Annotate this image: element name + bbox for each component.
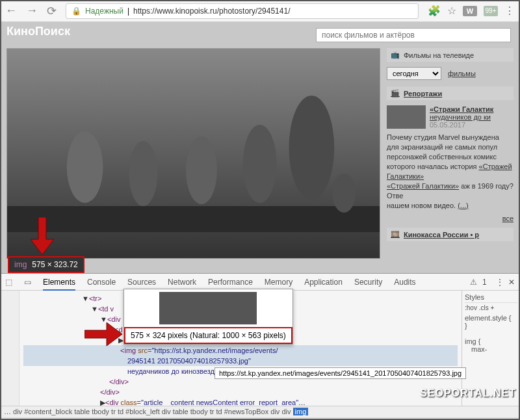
extension-icon[interactable]: 🧩 — [428, 5, 441, 17]
reports-label[interactable]: Репортажи — [404, 90, 442, 98]
tab-elements[interactable]: Elements — [43, 278, 75, 291]
tv-icon: 📺 — [391, 51, 400, 59]
badge-w[interactable]: W — [463, 6, 477, 16]
badge-count[interactable]: 99+ — [484, 6, 498, 16]
breadcrumb[interactable]: … div #content_block table tbody tr td #… — [0, 406, 520, 417]
svg-point-2 — [129, 141, 157, 206]
main-image[interactable] — [6, 48, 380, 259]
image-hover-card: 575 × 324 pixels (Natural: 1000 × 563 pi… — [124, 289, 293, 345]
warnings[interactable]: ⚠ 1 ⋮ ✕ — [470, 278, 515, 287]
reports-header: 🎬 Репортажи — [387, 86, 514, 100]
lock-icon: 🔒 — [72, 7, 81, 16]
sidebar: 📺 Фильмы на телевиде сегодня фильмы 🎬 Ре… — [387, 48, 514, 259]
svg-marker-7 — [31, 217, 54, 255]
secure-label: Надежный — [85, 7, 124, 16]
tab-network[interactable]: Network — [168, 278, 196, 287]
kinokassa-header: 🎞️ Кинокасса России • р — [387, 228, 514, 241]
url-tooltip: https://st.kp.yandex.net/images/events/2… — [214, 367, 466, 379]
tab-audits[interactable]: Audits — [394, 278, 415, 287]
inspect-icon[interactable]: ⬚ — [5, 278, 12, 287]
tv-label[interactable]: Фильмы на телевиде — [404, 51, 474, 59]
url-text: https://www.kinopoisk.ru/photostory/2945… — [133, 7, 290, 16]
svg-point-5 — [289, 96, 334, 200]
forward-icon[interactable]: → — [26, 4, 38, 18]
tab-security[interactable]: Security — [354, 278, 382, 287]
menu-icon[interactable]: ⋮ — [504, 5, 515, 17]
tv-section: 📺 Фильмы на телевиде — [387, 48, 514, 62]
tab-sources[interactable]: Sources — [127, 278, 156, 287]
kinokassa-label[interactable]: Кинокасса России • р — [404, 231, 479, 239]
tab-application[interactable]: Application — [304, 278, 343, 287]
tooltip-tag: img — [14, 260, 27, 269]
back-icon[interactable]: ← — [5, 4, 17, 18]
hover-dimensions: 575 × 324 pixels (Natural: 1000 × 563 pi… — [124, 327, 292, 344]
watermark: SEOPORTAL.NET — [420, 387, 516, 399]
star-icon[interactable]: ☆ — [447, 5, 456, 17]
reload-icon[interactable]: ⟳ — [47, 4, 57, 18]
page-content: КиноПоиск поиск фильмов и актёров 📺 Филь… — [0, 22, 520, 273]
separator: | — [127, 7, 129, 16]
svg-point-6 — [332, 174, 356, 213]
svg-rect-0 — [7, 206, 380, 232]
site-logo[interactable]: КиноПоиск — [6, 25, 70, 38]
address-bar[interactable]: 🔒 Надежный | https://www.kinopoisk.ru/ph… — [66, 3, 419, 19]
device-icon[interactable]: ▭ — [24, 278, 31, 287]
svg-point-3 — [186, 137, 217, 204]
nav-buttons: ← → ⟳ — [5, 4, 57, 18]
all-link[interactable]: все — [502, 215, 514, 222]
tab-console[interactable]: Console — [87, 278, 116, 287]
report-thumbnail[interactable] — [387, 105, 426, 129]
film-icon: 🎞️ — [391, 230, 400, 239]
element-size-tooltip: img 575 × 323.72 — [8, 256, 84, 273]
search-input[interactable]: поиск фильмов и актёров — [316, 28, 511, 42]
tooltip-size: 575 × 323.72 — [32, 260, 77, 269]
more-link[interactable]: (...) — [458, 202, 469, 209]
films-link[interactable]: фильмы — [448, 70, 476, 77]
browser-toolbar: ← → ⟳ 🔒 Надежный | https://www.kinopoisk… — [0, 0, 520, 22]
camera-icon: 🎬 — [391, 89, 400, 98]
annotation-arrow-down — [29, 217, 55, 256]
svg-marker-8 — [84, 322, 122, 346]
styles-header: Styles — [465, 293, 517, 303]
tab-memory[interactable]: Memory — [265, 278, 292, 287]
extension-icons: 🧩 ☆ W 99+ ⋮ — [428, 5, 515, 17]
svg-point-1 — [67, 131, 103, 203]
hover-thumbnail — [159, 292, 257, 324]
svg-point-4 — [243, 125, 277, 203]
annotation-arrow-right — [84, 321, 124, 347]
tab-performance[interactable]: Performance — [208, 278, 253, 287]
devtools-gutter — [0, 291, 20, 406]
report-text: Почему студия Marvel вынуждена для экран… — [387, 133, 514, 211]
date-select[interactable]: сегодня — [387, 67, 441, 80]
